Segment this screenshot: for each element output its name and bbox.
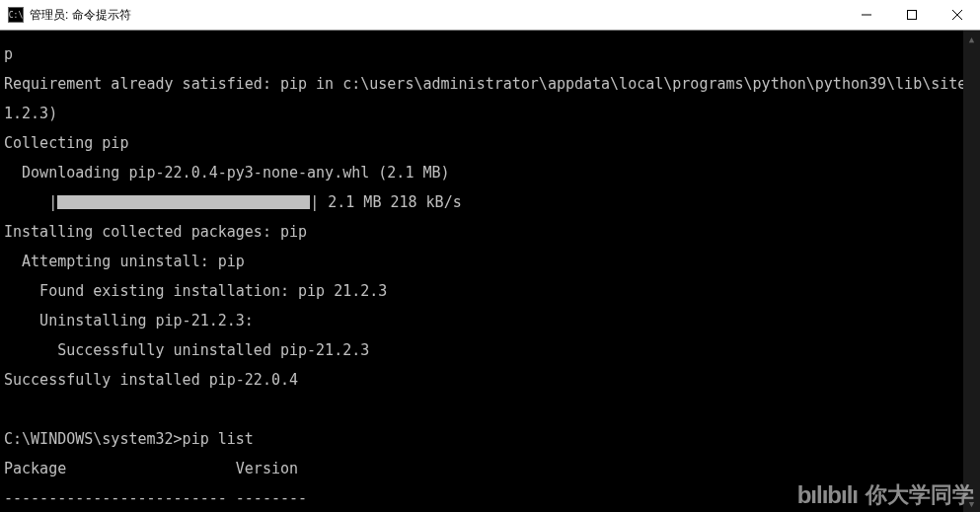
prompt-line: C:\WINDOWS\system32>pip list: [4, 432, 976, 447]
output-line: Requirement already satisfied: pip in c:…: [4, 77, 976, 92]
progress-indent: |: [4, 193, 57, 211]
maximize-button[interactable]: [889, 0, 935, 30]
output-line: Successfully installed pip-22.0.4: [4, 373, 976, 388]
titlebar: C:\ 管理员: 命令提示符: [0, 0, 980, 31]
maximize-icon: [907, 10, 917, 20]
window-title: 管理员: 命令提示符: [30, 7, 844, 24]
output-line: Downloading pip-22.0.4-py3-none-any.whl …: [4, 166, 976, 181]
scroll-track[interactable]: [963, 47, 980, 495]
close-icon: [952, 10, 962, 20]
progress-line: || 2.1 MB 218 kB/s: [4, 195, 976, 210]
progress-bar: [57, 195, 310, 210]
output-line: Uninstalling pip-21.2.3:: [4, 314, 976, 329]
watermark-text: 你大学同学: [866, 480, 974, 510]
window-controls: [844, 0, 980, 30]
close-button[interactable]: [935, 0, 980, 30]
vertical-scrollbar[interactable]: ▲ ▼: [963, 31, 980, 512]
output-line: p: [4, 47, 976, 62]
output-line: [4, 402, 976, 417]
terminal-output[interactable]: p Requirement already satisfied: pip in …: [0, 31, 980, 512]
bilibili-logo: bılıbılı: [797, 481, 858, 509]
scroll-up-arrow[interactable]: ▲: [963, 31, 980, 47]
output-line: Installing collected packages: pip: [4, 225, 976, 240]
output-line: Found existing installation: pip 21.2.3: [4, 284, 976, 299]
minimize-button[interactable]: [844, 0, 889, 30]
cmd-icon: C:\: [8, 7, 24, 23]
output-line: 1.2.3): [4, 107, 976, 121]
minimize-icon: [862, 10, 871, 20]
progress-bar-fill: [57, 195, 310, 209]
output-line: Attempting uninstall: pip: [4, 255, 976, 269]
progress-suffix: | 2.1 MB 218 kB/s: [310, 193, 462, 211]
output-line: Collecting pip: [4, 136, 976, 151]
table-header: Package Version: [4, 462, 976, 476]
output-line: Successfully uninstalled pip-21.2.3: [4, 343, 976, 358]
svg-rect-1: [908, 11, 917, 20]
watermark: bılıbılı 你大学同学: [797, 480, 974, 510]
